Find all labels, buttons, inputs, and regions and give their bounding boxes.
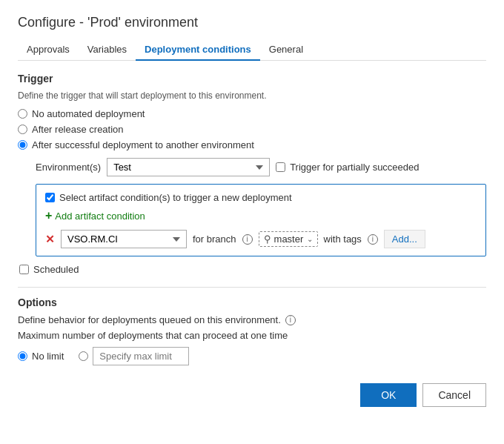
specify-max-option[interactable]: [79, 347, 189, 365]
trigger-partial-label: Trigger for partially succeeded: [290, 162, 419, 173]
scheduled-row: Scheduled: [19, 264, 486, 275]
trigger-after-release[interactable]: After release creation: [18, 124, 486, 135]
scheduled-checkbox[interactable]: [19, 265, 29, 274]
specify-max-radio[interactable]: [79, 351, 88, 361]
add-condition-label: Add artifact condition: [55, 211, 145, 222]
ok-button[interactable]: OK: [360, 383, 417, 407]
for-branch-text: for branch: [193, 233, 236, 245]
footer-buttons: OK Cancel: [18, 383, 486, 407]
trigger-after-successful[interactable]: After successful deployment to another e…: [18, 139, 486, 150]
max-deploy-label: Maximum number of deployments that can p…: [18, 330, 486, 341]
tab-deployment-conditions[interactable]: Deployment conditions: [136, 39, 260, 61]
branch-select-wrapper: ⚲ master ⌄: [259, 231, 318, 247]
tab-variables[interactable]: Variables: [79, 39, 136, 61]
trigger-section-title: Trigger: [18, 73, 486, 85]
trigger-partial-row[interactable]: Trigger for partially succeeded: [276, 162, 419, 173]
artifact-row: ✕ VSO.RM.CI for branch i ⚲ master ⌄ with…: [45, 230, 477, 248]
tab-bar: Approvals Variables Deployment condition…: [18, 39, 486, 61]
add-condition-btn[interactable]: + Add artifact condition: [45, 209, 477, 222]
git-icon: ⚲: [264, 233, 271, 245]
no-limit-radio[interactable]: [18, 351, 27, 361]
trigger-no-automated-label: No automated deployment: [32, 108, 145, 119]
cancel-button[interactable]: Cancel: [422, 383, 486, 407]
artifact-condition-checkbox[interactable]: [45, 193, 55, 202]
trigger-after-successful-radio[interactable]: [18, 140, 27, 150]
artifact-select[interactable]: VSO.RM.CI: [61, 230, 187, 248]
trigger-partial-checkbox[interactable]: [276, 162, 285, 172]
trigger-no-automated[interactable]: No automated deployment: [18, 108, 486, 119]
artifact-conditions-box: Select artifact condition(s) to trigger …: [36, 184, 486, 256]
no-limit-option[interactable]: No limit: [18, 351, 64, 362]
add-tag-btn[interactable]: Add...: [384, 230, 425, 248]
options-desc-text: Define behavior for deployments queued o…: [18, 314, 281, 325]
branch-chevron-icon: ⌄: [307, 235, 313, 243]
artifact-condition-label: Select artifact condition(s) to trigger …: [59, 192, 292, 203]
tab-general[interactable]: General: [260, 39, 312, 61]
dialog-title: Configure - 'Prod' environment: [18, 15, 486, 30]
options-info-icon[interactable]: i: [285, 315, 296, 325]
options-section-title: Options: [18, 296, 486, 308]
branch-info-icon[interactable]: i: [242, 234, 253, 245]
options-description: Define behavior for deployments queued o…: [18, 314, 486, 325]
trigger-after-release-radio[interactable]: [18, 125, 27, 134]
trigger-after-release-label: After release creation: [32, 124, 124, 135]
trigger-description: Define the trigger that will start deplo…: [18, 90, 486, 101]
tab-approvals[interactable]: Approvals: [18, 39, 79, 61]
environment-select[interactable]: Test: [107, 158, 270, 176]
configure-dialog: Configure - 'Prod' environment Approvals…: [0, 0, 504, 444]
environment-label: Environment(s): [36, 162, 101, 173]
trigger-options: No automated deployment After release cr…: [18, 108, 486, 150]
section-divider: [18, 287, 486, 288]
tags-info-icon[interactable]: i: [368, 234, 378, 245]
remove-artifact-btn[interactable]: ✕: [45, 233, 55, 246]
plus-icon: +: [45, 209, 52, 222]
trigger-no-automated-radio[interactable]: [18, 109, 27, 119]
branch-select[interactable]: master: [274, 233, 304, 245]
scheduled-label: Scheduled: [33, 264, 79, 275]
specify-max-input[interactable]: [93, 347, 189, 365]
options-section: Options Define behavior for deployments …: [18, 296, 486, 365]
with-tags-text: with tags: [324, 233, 362, 245]
limit-row: No limit: [18, 347, 486, 365]
trigger-after-successful-label: After successful deployment to another e…: [32, 139, 254, 150]
artifact-header: Select artifact condition(s) to trigger …: [45, 192, 477, 203]
no-limit-label: No limit: [32, 351, 64, 362]
environment-row: Environment(s) Test Trigger for partiall…: [36, 158, 486, 176]
